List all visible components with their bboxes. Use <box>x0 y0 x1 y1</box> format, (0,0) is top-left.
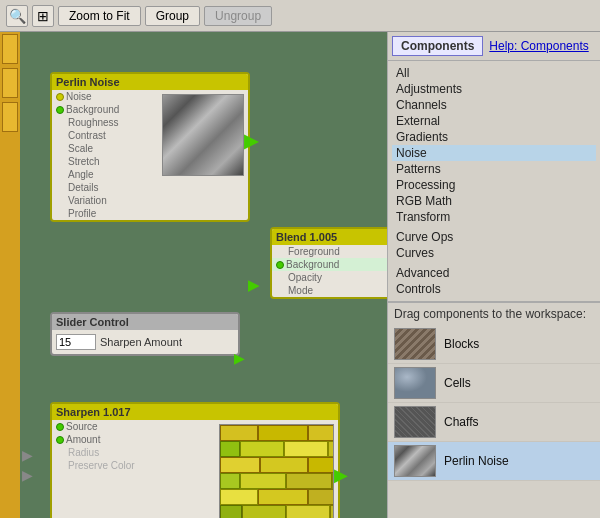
category-external[interactable]: External <box>392 113 596 129</box>
left-strip <box>0 32 20 518</box>
node-row: Roughness <box>52 116 158 129</box>
node-row: Noise <box>52 90 158 103</box>
port-bg <box>56 106 64 114</box>
category-channels[interactable]: Channels <box>392 97 596 113</box>
sharpen-node[interactable]: Sharpen 1.017 Source Amount Radius <box>50 402 340 518</box>
node-row: Foreground <box>272 245 387 258</box>
port-source <box>56 423 64 431</box>
toolbar: 🔍 ⊞ Zoom to Fit Group Ungroup <box>0 0 600 32</box>
zoom-fit-icon[interactable]: ⊞ <box>32 5 54 27</box>
node-row: Stretch <box>52 155 158 168</box>
help-link[interactable]: Help: Components <box>489 39 588 53</box>
drag-label: Drag components to the workspace: <box>388 302 600 325</box>
left-strip-item <box>2 68 18 98</box>
component-blocks[interactable]: Blocks <box>388 325 600 364</box>
component-list: Blocks Cells Chaffs Perlin Noise <box>388 325 600 518</box>
component-cells[interactable]: Cells <box>388 364 600 403</box>
port-blend-bg <box>276 261 284 269</box>
left-strip-item <box>2 34 18 64</box>
left-input-arrow: ▶ <box>22 447 33 463</box>
category-adjustments[interactable]: Adjustments <box>392 81 596 97</box>
cells-label: Cells <box>444 376 471 390</box>
ungroup-button[interactable]: Ungroup <box>204 6 272 26</box>
slider-input[interactable] <box>56 334 96 350</box>
node-row: Background <box>272 258 387 271</box>
category-controls[interactable]: Controls <box>392 281 596 297</box>
component-chaffs[interactable]: Chaffs <box>388 403 600 442</box>
node-row: Variation <box>52 194 158 207</box>
perlin-output-arrow: ▶ <box>244 130 258 152</box>
category-advanced[interactable]: Advanced <box>392 265 596 281</box>
node-row: Details <box>52 181 158 194</box>
node-row: Profile <box>52 207 158 220</box>
category-transform[interactable]: Transform <box>392 209 596 225</box>
components-tab[interactable]: Components <box>392 36 483 56</box>
category-rgbmath[interactable]: RGB Math <box>392 193 596 209</box>
perlin-node-title: Perlin Noise <box>52 74 248 90</box>
port-noise <box>56 93 64 101</box>
brick-preview: ▶ <box>219 424 334 518</box>
node-row: Scale <box>52 142 158 155</box>
node-row: Background <box>52 103 158 116</box>
component-perlin[interactable]: Perlin Noise <box>388 442 600 481</box>
slider-node[interactable]: Slider Control Sharpen Amount <box>50 312 240 356</box>
blocks-thumb <box>394 328 436 360</box>
sharpen-node-title: Sharpen 1.017 <box>52 404 338 420</box>
main-area: Perlin Noise Noise Background Roughness <box>0 32 600 518</box>
perlin-label: Perlin Noise <box>444 454 509 468</box>
category-processing[interactable]: Processing <box>392 177 596 193</box>
category-all[interactable]: All <box>392 65 596 81</box>
right-panel: Components Help: Components All Adjustme… <box>387 32 600 518</box>
perlin-preview <box>162 94 244 176</box>
cells-thumb <box>394 367 436 399</box>
category-curves[interactable]: Curves <box>392 245 596 261</box>
category-noise[interactable]: Noise <box>392 145 596 161</box>
zoom-fit-button[interactable]: Zoom to Fit <box>58 6 141 26</box>
left-strip-item <box>2 102 18 132</box>
components-header: Components Help: Components <box>388 32 600 61</box>
zoom-in-icon[interactable]: 🔍 <box>6 5 28 27</box>
category-gradients[interactable]: Gradients <box>392 129 596 145</box>
slider-label: Sharpen Amount <box>100 336 182 348</box>
node-row: Angle <box>52 168 158 181</box>
canvas-area[interactable]: Perlin Noise Noise Background Roughness <box>0 32 387 518</box>
slider-output-arrow: ▶ <box>234 350 245 366</box>
slider-node-title: Slider Control <box>52 314 238 330</box>
left-input-arrow2: ▶ <box>22 467 33 483</box>
slider-input-row: Sharpen Amount <box>52 330 238 354</box>
group-button[interactable]: Group <box>145 6 200 26</box>
node-row: Preserve Color <box>52 459 215 472</box>
chaffs-thumb <box>394 406 436 438</box>
blend-node[interactable]: Blend 1.005 Foreground Background Opacit… <box>270 227 387 299</box>
port-amount <box>56 436 64 444</box>
perlin-thumb <box>394 445 436 477</box>
node-row: Contrast <box>52 129 158 142</box>
category-patterns[interactable]: Patterns <box>392 161 596 177</box>
blocks-label: Blocks <box>444 337 479 351</box>
chaffs-label: Chaffs <box>444 415 478 429</box>
sharpen-output-arrow: ▶ <box>334 464 348 486</box>
node-row: Amount <box>52 433 215 446</box>
category-curveops[interactable]: Curve Ops <box>392 229 596 245</box>
perlin-noise-node[interactable]: Perlin Noise Noise Background Roughness <box>50 72 250 222</box>
blend-node-title: Blend 1.005 <box>272 229 387 245</box>
node-row: Radius <box>52 446 215 459</box>
node-row: Opacity <box>272 271 387 284</box>
category-section: All Adjustments Channels External Gradie… <box>388 61 600 302</box>
connector-arrow: ▶ <box>248 277 259 293</box>
node-row: Source <box>52 420 215 433</box>
node-row: Mode <box>272 284 387 297</box>
